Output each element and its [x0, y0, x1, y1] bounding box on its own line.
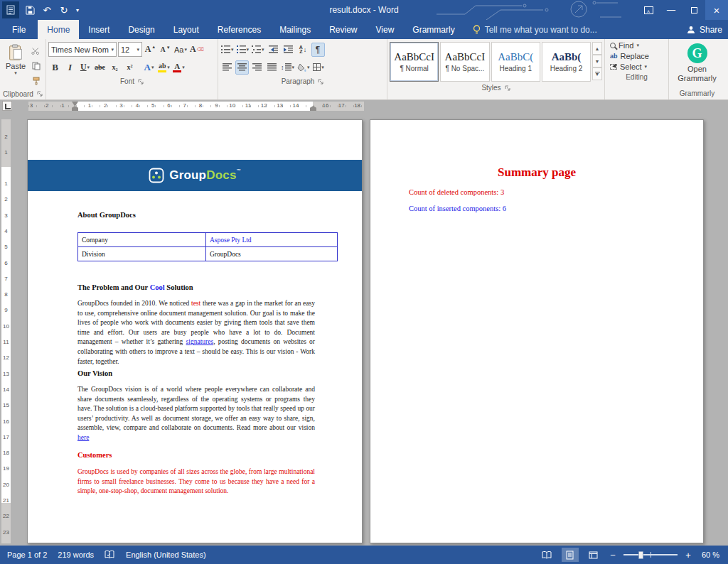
save-icon[interactable]	[22, 2, 38, 18]
zoom-slider[interactable]	[623, 548, 678, 562]
numbering-icon	[237, 45, 246, 53]
format-painter-button[interactable]	[29, 74, 43, 88]
grow-font-button[interactable]: A▲	[144, 43, 157, 57]
tab-references[interactable]: References	[208, 20, 270, 39]
document-page-1[interactable]: GroupDocs™ About GroupDocs Company Aspos…	[27, 119, 363, 543]
customize-qat-icon[interactable]: ▾	[73, 2, 82, 18]
read-mode-button[interactable]	[538, 548, 555, 562]
document-canvas[interactable]: 2112345678910111213141516171819202122232…	[0, 112, 728, 546]
word-count[interactable]: 219 words	[58, 551, 94, 559]
copy-button[interactable]	[29, 59, 43, 73]
web-layout-button[interactable]	[585, 548, 602, 562]
zoom-slider-handle[interactable]	[638, 551, 643, 559]
minimize-icon[interactable]: —	[660, 0, 682, 20]
line-spacing-button[interactable]: ↕▾	[280, 60, 295, 75]
text-effects-button[interactable]: A▾	[142, 60, 156, 75]
ruler-row: 3211234567891011121314161718	[0, 100, 728, 112]
zoom-out-button[interactable]: −	[609, 550, 617, 560]
ruler-number: 15	[1, 402, 11, 408]
numbering-button[interactable]: ▾	[236, 43, 250, 57]
ruler-number: 6	[1, 260, 11, 266]
decrease-indent-button[interactable]	[267, 43, 280, 57]
tab-file[interactable]: File	[0, 20, 38, 39]
style-heading-1[interactable]: AaBbC( Heading 1	[491, 42, 540, 82]
style-no-spacing[interactable]: AaBbCcI ¶ No Spac...	[440, 42, 489, 82]
page-indicator[interactable]: Page 1 of 2	[7, 551, 47, 559]
find-button[interactable]: Find▾	[610, 41, 663, 50]
styles-scroll-up-icon[interactable]: ▲	[592, 42, 602, 55]
proofing-status-icon[interactable]	[105, 551, 115, 559]
shrink-font-button[interactable]: A▼	[159, 43, 172, 57]
tell-me-box[interactable]: Tell me what you want to do...	[473, 20, 597, 39]
style-normal[interactable]: AaBbCcI ¶ Normal	[390, 42, 439, 82]
tab-design[interactable]: Design	[119, 20, 164, 39]
open-grammarly-button[interactable]: G Open Grammarly	[676, 41, 719, 87]
bullets-button[interactable]: ▾	[220, 43, 235, 57]
redo-icon[interactable]: ↻	[56, 2, 72, 18]
language-indicator[interactable]: English (United States)	[126, 551, 206, 559]
font-size-combobox[interactable]: 12 ▾	[118, 42, 142, 57]
document-page-2[interactable]: Summary page Count of deleted components…	[370, 119, 704, 543]
here-link[interactable]: here	[77, 434, 89, 441]
replace-button[interactable]: ab Replace	[610, 52, 663, 60]
zoom-level[interactable]: 60 %	[702, 551, 719, 559]
paragraph-dialog-launcher-icon[interactable]	[318, 79, 323, 85]
close-icon[interactable]: ×	[705, 0, 728, 20]
subscript-button[interactable]: x₂	[108, 60, 122, 75]
font-color-button[interactable]: A▾	[172, 60, 186, 75]
undo-icon[interactable]: ↶	[39, 2, 55, 18]
word-app-icon[interactable]	[2, 1, 19, 18]
vision-paragraph: The GroupDocs vision is of a world where…	[77, 385, 315, 443]
align-center-button[interactable]	[235, 60, 249, 75]
shading-button[interactable]: ▾	[296, 60, 311, 75]
highlight-color-button[interactable]: ab▾	[157, 60, 171, 75]
signatures-link[interactable]: signatures	[186, 338, 214, 345]
cut-button[interactable]	[29, 44, 43, 58]
paste-button[interactable]: Paste ▾	[2, 41, 29, 88]
bold-button[interactable]: B	[48, 60, 62, 75]
sort-button[interactable]: AZ↓	[296, 43, 310, 57]
strikethrough-button[interactable]: abc	[93, 60, 107, 75]
tab-layout[interactable]: Layout	[164, 20, 208, 39]
tab-insert[interactable]: Insert	[79, 20, 119, 39]
styles-gallery-more-icon[interactable]: ▼	[592, 67, 602, 80]
italic-button[interactable]: I	[63, 60, 77, 75]
styles-scroll-down-icon[interactable]: ▼	[592, 55, 602, 67]
styles-group-label: Styles	[390, 82, 602, 94]
show-paragraph-marks-button[interactable]: ¶	[311, 43, 325, 57]
select-button[interactable]: Select▾	[610, 63, 663, 71]
superscript-button[interactable]: x²	[123, 60, 136, 75]
styles-dialog-launcher-icon[interactable]	[505, 85, 510, 91]
tab-stop-selector[interactable]	[2, 101, 12, 111]
print-layout-button[interactable]	[562, 548, 579, 562]
tab-grammarly[interactable]: Grammarly	[403, 20, 464, 39]
v-ruler[interactable]: 2112345678910111213141516171819202122232…	[1, 119, 11, 543]
tab-review[interactable]: Review	[320, 20, 366, 39]
change-case-button[interactable]: Aa▾	[173, 43, 188, 57]
ribbon-display-options-icon[interactable]: ˄	[637, 0, 660, 20]
font-name-combobox[interactable]: Times New Roman ▾	[48, 42, 117, 57]
increase-indent-button[interactable]	[282, 43, 295, 57]
maximize-icon[interactable]	[682, 0, 705, 20]
font-dialog-launcher-icon[interactable]	[138, 79, 144, 85]
multilevel-list-button[interactable]: ▾	[251, 43, 265, 57]
share-button[interactable]: Share	[687, 20, 722, 39]
clipboard-dialog-launcher-icon[interactable]	[37, 91, 43, 97]
tab-mailings[interactable]: Mailings	[270, 20, 320, 39]
style-name: Heading 2	[550, 65, 583, 72]
clear-formatting-button[interactable]: A⌫	[189, 43, 205, 57]
table-cell-division-value: GroupDocs	[206, 247, 338, 261]
underline-button[interactable]: U▾	[78, 60, 92, 75]
justify-button[interactable]	[265, 60, 279, 75]
tab-home[interactable]: Home	[38, 20, 79, 39]
h-ruler[interactable]: 3211234567891011121314161718	[28, 102, 364, 111]
ruler-number: 21	[1, 497, 11, 504]
align-right-button[interactable]	[250, 60, 264, 75]
borders-button[interactable]: ▾	[312, 60, 326, 75]
ruler-number: 19	[1, 465, 11, 472]
style-heading-2[interactable]: AaBb( Heading 2	[542, 42, 591, 82]
customers-paragraph: GroupDocs is used by companies of all si…	[77, 467, 315, 497]
zoom-in-button[interactable]: +	[684, 550, 692, 560]
tab-view[interactable]: View	[367, 20, 404, 39]
align-left-button[interactable]	[220, 60, 234, 75]
